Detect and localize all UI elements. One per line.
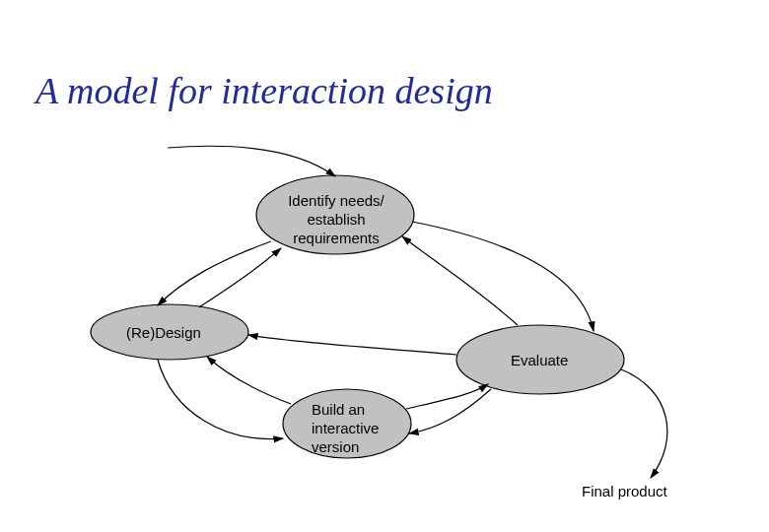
- label-final-product: Final product: [582, 483, 667, 499]
- arrow-identify-to-redesign: [158, 241, 271, 305]
- arrow-evaluate-to-redesign: [248, 335, 456, 355]
- label-evaluate: Evaluate: [511, 352, 568, 370]
- label-identify-l3: requirements: [293, 230, 380, 246]
- arrow-redesign-to-identify: [199, 248, 281, 307]
- label-build-l1: Build an: [312, 401, 365, 418]
- arrow-evaluate-to-final: [621, 369, 667, 478]
- label-build: Build an interactive version: [312, 401, 400, 456]
- label-identify-l1: Identify needs/: [288, 192, 384, 209]
- arrow-redesign-to-build: [158, 360, 283, 439]
- label-identify-l2: establish: [307, 211, 365, 228]
- arrow-build-to-redesign: [207, 357, 291, 404]
- arrow-evaluate-to-build: [409, 389, 491, 433]
- arrow-identify-to-evaluate: [412, 222, 594, 331]
- arrow-build-to-evaluate: [406, 384, 488, 409]
- label-identify: Identify needs/ establish requirements: [278, 192, 394, 247]
- label-redesign: (Re)Design: [126, 324, 201, 343]
- arrow-entry: [168, 146, 335, 176]
- arrow-evaluate-to-identify: [402, 236, 518, 325]
- label-build-l3: version: [312, 438, 359, 455]
- label-build-l2: interactive: [312, 420, 379, 436]
